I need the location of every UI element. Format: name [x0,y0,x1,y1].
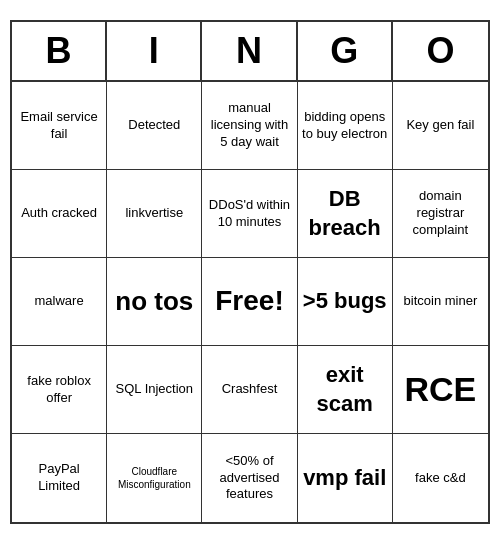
bingo-cell-10: malware [12,258,107,346]
bingo-cell-2: manual licensing with 5 day wait [202,82,297,170]
bingo-grid: Email service failDetectedmanual licensi… [12,82,488,522]
bingo-cell-14: bitcoin miner [393,258,488,346]
bingo-cell-16: SQL Injection [107,346,202,434]
bingo-cell-12: Free! [202,258,297,346]
bingo-cell-19: RCE [393,346,488,434]
header-letter: G [298,22,393,80]
bingo-cell-6: linkvertise [107,170,202,258]
bingo-cell-9: domain registrar complaint [393,170,488,258]
bingo-cell-15: fake roblox offer [12,346,107,434]
header-letter: B [12,22,107,80]
bingo-cell-1: Detected [107,82,202,170]
bingo-cell-8: DB breach [298,170,393,258]
bingo-cell-23: vmp fail [298,434,393,522]
header-letter: N [202,22,297,80]
bingo-cell-11: no tos [107,258,202,346]
bingo-cell-0: Email service fail [12,82,107,170]
bingo-header: BINGO [12,22,488,82]
bingo-cell-13: >5 bugs [298,258,393,346]
bingo-cell-24: fake c&d [393,434,488,522]
header-letter: I [107,22,202,80]
bingo-cell-7: DDoS'd within 10 minutes [202,170,297,258]
bingo-cell-20: PayPal Limited [12,434,107,522]
bingo-cell-18: exit scam [298,346,393,434]
header-letter: O [393,22,488,80]
bingo-cell-22: <50% of advertised features [202,434,297,522]
bingo-cell-5: Auth cracked [12,170,107,258]
bingo-cell-17: Crashfest [202,346,297,434]
bingo-cell-4: Key gen fail [393,82,488,170]
bingo-cell-3: bidding opens to buy electron [298,82,393,170]
bingo-card: BINGO Email service failDetectedmanual l… [10,20,490,524]
bingo-cell-21: Cloudflare Misconfiguration [107,434,202,522]
